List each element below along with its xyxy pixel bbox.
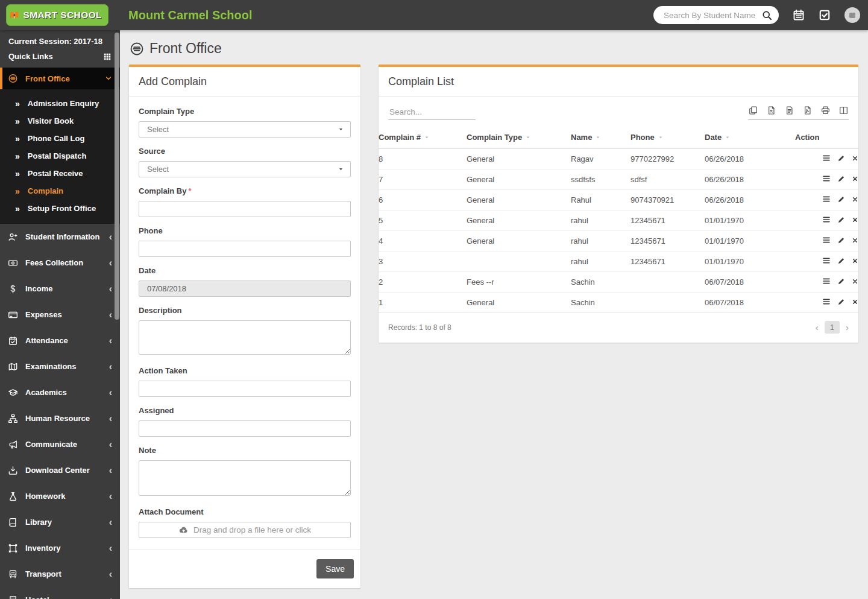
sidebar-item-student-information[interactable]: Student Information‹: [0, 224, 120, 250]
edit-icon[interactable]: [837, 175, 845, 183]
source-select[interactable]: Select: [139, 161, 351, 177]
delete-icon[interactable]: [852, 278, 858, 285]
submenu-item-phone-call-log[interactable]: »Phone Call Log: [0, 130, 120, 147]
page-number[interactable]: 1: [825, 321, 840, 334]
edit-icon[interactable]: [837, 277, 845, 285]
table-row: 1GeneralSachin06/07/2018: [379, 293, 858, 313]
action-taken-input[interactable]: [139, 381, 351, 397]
submenu-item-admission-enquiry[interactable]: »Admission Enquiry: [0, 95, 120, 112]
row-detail-icon[interactable]: [822, 195, 831, 203]
edit-icon[interactable]: [837, 195, 845, 203]
sidebar-item-communicate[interactable]: Communicate‹: [0, 431, 120, 457]
row-detail-icon[interactable]: [822, 256, 831, 265]
edit-icon[interactable]: [837, 154, 845, 162]
sidebar-item-examinations[interactable]: Examinations‹: [0, 353, 120, 379]
csv-export-icon[interactable]: [785, 106, 794, 115]
column-header-complain-type[interactable]: Complain Type: [467, 128, 571, 149]
phone-input[interactable]: [139, 241, 351, 257]
sidebar-item-library[interactable]: Library‹: [0, 509, 120, 535]
submenu-item-label: Phone Call Log: [28, 134, 85, 143]
submenu-item-postal-receive[interactable]: »Postal Receive: [0, 165, 120, 182]
chevron-left-icon: ‹: [109, 310, 112, 320]
app-logo[interactable]: SMART SCHOOL: [6, 4, 108, 26]
tasks-icon[interactable]: [819, 9, 831, 21]
edit-icon[interactable]: [837, 298, 845, 306]
pdf-export-icon[interactable]: [803, 106, 812, 115]
grid-icon[interactable]: [103, 52, 112, 61]
list-search-input[interactable]: [388, 104, 476, 120]
excel-export-icon[interactable]: [767, 106, 776, 115]
edit-icon[interactable]: [837, 257, 845, 265]
student-search-input[interactable]: [662, 10, 762, 21]
file-dropzone[interactable]: Drag and drop a file here or click: [139, 522, 351, 538]
submenu-item-postal-dispatch[interactable]: »Postal Dispatch: [0, 147, 120, 165]
delete-icon[interactable]: [852, 299, 858, 305]
sidebar-item-label: Communicate: [25, 440, 105, 449]
edit-icon[interactable]: [837, 216, 845, 224]
double-chevron-right-icon: »: [15, 117, 20, 125]
column-header-date[interactable]: Date: [705, 128, 795, 149]
submenu-item-visitor-book[interactable]: »Visitor Book: [0, 112, 120, 130]
sidebar-item-fees-collection[interactable]: Fees Collection‹: [0, 250, 120, 276]
assigned-input[interactable]: [139, 420, 351, 437]
cell-type: Fees --r: [467, 272, 571, 293]
delete-icon[interactable]: [852, 196, 858, 203]
column-header-name[interactable]: Name: [571, 128, 631, 149]
sidebar-item-academics[interactable]: Academics‹: [0, 379, 120, 405]
sidebar-item-label: Fees Collection: [25, 258, 105, 267]
row-detail-icon[interactable]: [822, 154, 831, 162]
save-button[interactable]: Save: [316, 559, 354, 578]
sidebar-scrollbar[interactable]: [115, 33, 119, 320]
delete-icon[interactable]: [852, 237, 858, 244]
sidebar-item-transport[interactable]: Transport‹: [0, 561, 120, 587]
sidebar-item-attendance[interactable]: Attendance‹: [0, 328, 120, 353]
prev-page-button[interactable]: ‹: [816, 323, 819, 332]
library-icon: [8, 518, 18, 527]
delete-icon[interactable]: [852, 155, 858, 162]
sort-caret-icon: [424, 135, 429, 140]
columns-export-icon[interactable]: [839, 106, 848, 115]
sidebar-item-label: Hostel: [25, 595, 105, 599]
delete-icon[interactable]: [852, 176, 858, 182]
cell-name: Sachin: [571, 272, 631, 293]
complain-by-input[interactable]: [139, 201, 351, 217]
communicate-icon: [8, 440, 18, 449]
column-header-phone[interactable]: Phone: [631, 128, 705, 149]
complain-type-select[interactable]: Select: [139, 121, 351, 138]
sidebar-item-income[interactable]: Income‹: [0, 276, 120, 302]
note-textarea[interactable]: [139, 460, 351, 496]
quick-links[interactable]: Quick Links: [0, 48, 120, 68]
add-complain-title: Add Complain: [129, 67, 360, 97]
sidebar-item-front-office[interactable]: Front Office: [0, 68, 120, 89]
print-export-icon[interactable]: [821, 106, 830, 115]
row-detail-icon[interactable]: [822, 297, 831, 306]
row-detail-icon[interactable]: [822, 174, 831, 183]
sidebar-item-inventory[interactable]: Inventory‹: [0, 535, 120, 561]
description-label: Description: [139, 306, 351, 315]
edit-icon[interactable]: [837, 236, 845, 244]
row-detail-icon[interactable]: [822, 215, 831, 224]
calendar-icon[interactable]: [793, 9, 805, 21]
sidebar-item-human-resource[interactable]: Human Resource‹: [0, 405, 120, 431]
submenu-item-setup-front-office[interactable]: »Setup Front Office: [0, 200, 120, 217]
sidebar-item-homework[interactable]: Homework‹: [0, 483, 120, 509]
sidebar-item-download-center[interactable]: Download Center‹: [0, 457, 120, 483]
delete-icon[interactable]: [852, 258, 858, 264]
sidebar-item-hostel[interactable]: Hostel‹: [0, 587, 120, 599]
copy-export-icon[interactable]: [749, 106, 758, 115]
row-detail-icon[interactable]: [822, 236, 831, 244]
page-title: Front Office: [149, 40, 222, 57]
cell-id: 5: [379, 211, 467, 231]
column-header-complain[interactable]: Complain #: [379, 128, 467, 149]
avatar[interactable]: [844, 7, 860, 23]
table-row: 5Generalrahul1234567101/01/1970: [379, 211, 858, 231]
description-textarea[interactable]: [139, 320, 351, 355]
delete-icon[interactable]: [852, 217, 858, 223]
cell-date: 06/07/2018: [705, 293, 795, 313]
submenu-item-complain[interactable]: »Complain: [0, 182, 120, 200]
next-page-button[interactable]: ›: [846, 323, 849, 332]
sidebar-item-expenses[interactable]: Expenses‹: [0, 302, 120, 328]
date-input[interactable]: [139, 280, 351, 297]
search-icon[interactable]: [762, 10, 772, 21]
row-detail-icon[interactable]: [822, 277, 831, 285]
